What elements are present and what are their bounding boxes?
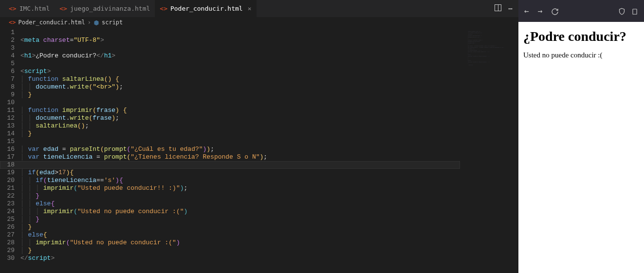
- forward-icon[interactable]: →: [538, 6, 543, 16]
- html-icon: <>: [59, 5, 67, 12]
- close-icon[interactable]: ×: [248, 5, 252, 12]
- tab-juego[interactable]: <> juego_adivinanza.html: [55, 0, 155, 17]
- tab-label: IMC.html: [19, 5, 50, 12]
- html-icon: <>: [9, 19, 16, 26]
- preview-page: ¿Podre conducir? Usted no puede conducir…: [518, 22, 644, 66]
- preview-heading: ¿Podre conducir?: [523, 29, 639, 44]
- breadcrumb[interactable]: <> Poder_conducir.html › script: [0, 17, 518, 28]
- tab-bar: <> IMC.html <> juego_adivinanza.html <> …: [0, 0, 518, 17]
- tab-label: juego_adivinanza.html: [70, 5, 150, 12]
- code-area[interactable]: 1234567891011121314151617181920212223242…: [0, 28, 518, 273]
- tab-actions: ⋯: [495, 4, 518, 13]
- html-icon: <>: [160, 5, 167, 12]
- reload-icon[interactable]: [551, 6, 559, 16]
- chevron-right-icon: ›: [88, 19, 91, 26]
- breadcrumb-file: Poder_conducir.html: [18, 19, 85, 26]
- html-icon: <>: [9, 5, 17, 12]
- more-icon[interactable]: ⋯: [508, 4, 513, 13]
- back-icon[interactable]: ←: [524, 6, 529, 16]
- code-content[interactable]: <meta charset="UTF-8"> <h1>¿Podre conduc…: [20, 28, 518, 273]
- tab-imc[interactable]: <> IMC.html: [4, 0, 55, 17]
- tab-poder-conducir[interactable]: <> Poder_conducir.html ×: [155, 0, 256, 17]
- preview-body: Usted no puede conducir :(: [523, 51, 639, 59]
- symbol-icon: [93, 19, 99, 26]
- minimap[interactable]: <meta charset="UTF-8"><h1>¿Podre conduci…: [465, 28, 518, 273]
- editor-pane: <> IMC.html <> juego_adivinanza.html <> …: [0, 0, 518, 273]
- browser-toolbar: ← →: [518, 0, 644, 22]
- page-icon[interactable]: [631, 6, 638, 16]
- split-editor-icon[interactable]: [495, 4, 501, 11]
- line-gutter: 1234567891011121314151617181920212223242…: [0, 28, 20, 273]
- breadcrumb-symbol: script: [102, 19, 123, 26]
- shield-icon[interactable]: [618, 6, 626, 16]
- tab-label: Poder_conducir.html: [170, 5, 243, 12]
- browser-pane: ← → ¿Podre conducir? Usted no puede cond…: [518, 0, 644, 273]
- svg-rect-0: [633, 9, 637, 14]
